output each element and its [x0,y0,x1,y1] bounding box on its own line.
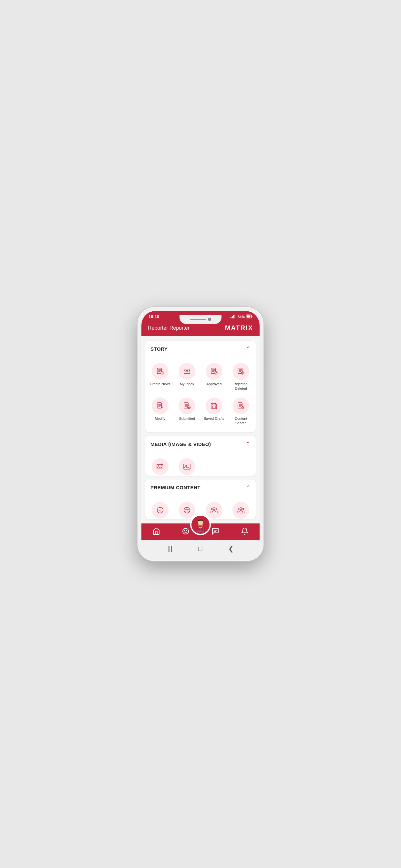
app-content: STORY ⌃ Create News [142,336,259,523]
svg-text:4: 4 [159,509,160,512]
content-search-icon-wrap [233,398,249,414]
ls-ppt-icon-wrap [179,502,195,519]
create-news-label: Create News [150,382,171,386]
images-upload-icon-wrap [152,458,168,475]
signal-icon [230,314,236,319]
content-search-label: Content Search [230,416,252,426]
svg-point-37 [243,508,244,509]
section-premium-title: PREMIUM CONTENT [150,485,201,490]
menu-item-approved[interactable]: Approved [202,361,226,393]
section-story: STORY ⌃ Create News [145,341,256,432]
photo-manager-icon-wrap [179,458,195,475]
menu-item-saved-drafts[interactable]: Saved Drafts [202,396,226,428]
story-grid: Create News My Inbox [145,357,256,432]
menu-item-create-news[interactable]: Create News [148,361,173,393]
menu-item-final-best-ppt[interactable]: 4 Final Best PPT [148,500,173,519]
menu-item-content-search[interactable]: Content Search [229,396,253,428]
svg-rect-17 [212,406,216,408]
leadership-detail-icon-wrap [206,502,222,519]
app-logo: MATRIX [225,324,253,332]
svg-point-40 [186,530,187,531]
my-inbox-icon-wrap [179,363,195,380]
menu-item-images-upload[interactable]: Images Upload [148,456,173,476]
svg-point-32 [213,507,215,509]
approved-label: Approved [206,382,221,386]
battery-text: 84% [238,315,245,319]
svg-point-35 [240,507,242,509]
status-time: 16:10 [149,314,159,319]
svg-rect-27 [184,464,190,469]
submitted-icon-wrap [179,398,195,414]
section-media: MEDIA (IMAGE & VIDEO) ⌃ [145,436,256,476]
menu-item-story-picture[interactable]: Story & Picture Reports [175,430,199,432]
menu-item-modify[interactable]: Modify [148,396,173,428]
final-best-ppt-icon-wrap: 4 [152,502,168,519]
camera [208,318,211,321]
app-title: Reporter Reporter [148,325,189,331]
section-premium: PREMIUM CONTENT ⌃ 4 Final Best PPT [145,479,256,519]
android-nav-bar: ||| □ ❮ [142,540,259,557]
chevron-up-icon-media: ⌃ [246,440,251,447]
emoji-icon [182,527,189,535]
menu-item-photo-manager[interactable]: Photo Manager [175,456,199,476]
svg-rect-2 [233,315,234,318]
svg-rect-0 [230,317,232,318]
rejected-label: Rejected/ Deleted [230,382,252,391]
modify-icon-wrap [152,398,168,414]
menu-item-rejected[interactable]: Rejected/ Deleted [229,361,253,393]
nav-bell[interactable] [236,526,254,536]
svg-point-34 [216,508,217,509]
svg-rect-1 [232,316,233,318]
svg-point-36 [238,508,239,509]
media-grid: Images Upload Photo Manager [145,453,256,476]
rejected-icon-wrap [233,363,249,380]
svg-point-33 [211,508,212,509]
chat-icon [212,527,219,535]
section-media-header[interactable]: MEDIA (IMAGE & VIDEO) ⌃ [145,436,256,453]
modify-label: Modify [155,416,165,421]
section-media-title: MEDIA (IMAGE & VIDEO) [150,441,211,447]
phone-screen: 16:10 84% [142,311,259,557]
leadership-summary-icon-wrap [233,502,249,519]
menu-item-submitted[interactable]: Submitted [175,396,199,428]
nav-center-avatar[interactable] [190,515,211,535]
bell-icon [241,527,249,535]
approved-icon-wrap [206,363,222,380]
svg-rect-25 [157,464,162,469]
my-inbox-label: My Inbox [180,382,194,386]
saved-drafts-icon-wrap [206,398,222,414]
menu-item-leadership-summary[interactable]: Leadership Summary [229,500,253,519]
story-picture-icon-wrap [179,432,195,432]
battery-icon [246,314,252,319]
chevron-up-icon: ⌃ [246,345,251,352]
svg-point-38 [183,528,189,534]
phone-frame: 16:10 84% [137,307,264,561]
android-back-icon[interactable]: ||| [167,545,173,553]
svg-rect-5 [252,315,252,317]
android-recent-icon[interactable]: ❮ [228,545,234,553]
svg-point-44 [198,525,202,527]
home-icon [152,527,160,535]
create-news-icon-wrap [152,363,168,380]
font-converter-icon-wrap [152,432,168,432]
notch [180,315,221,324]
bottom-nav [142,523,259,540]
menu-item-my-inbox[interactable]: My Inbox [175,361,199,393]
submitted-label: Submitted [179,416,195,421]
status-right: 84% [230,314,252,319]
nav-home[interactable] [147,526,165,536]
svg-point-39 [184,530,185,531]
section-story-header[interactable]: STORY ⌃ [145,341,256,357]
svg-point-26 [158,465,159,466]
android-home-icon[interactable]: □ [198,545,202,553]
saved-drafts-label: Saved Drafts [204,416,224,421]
section-story-title: STORY [150,346,167,352]
svg-rect-6 [247,315,251,317]
menu-item-font-converter[interactable]: Font Converter [148,430,173,432]
chevron-up-icon-premium: ⌃ [246,484,251,491]
svg-rect-3 [235,314,235,318]
section-premium-header[interactable]: PREMIUM CONTENT ⌃ [145,479,256,496]
speaker [190,319,206,320]
